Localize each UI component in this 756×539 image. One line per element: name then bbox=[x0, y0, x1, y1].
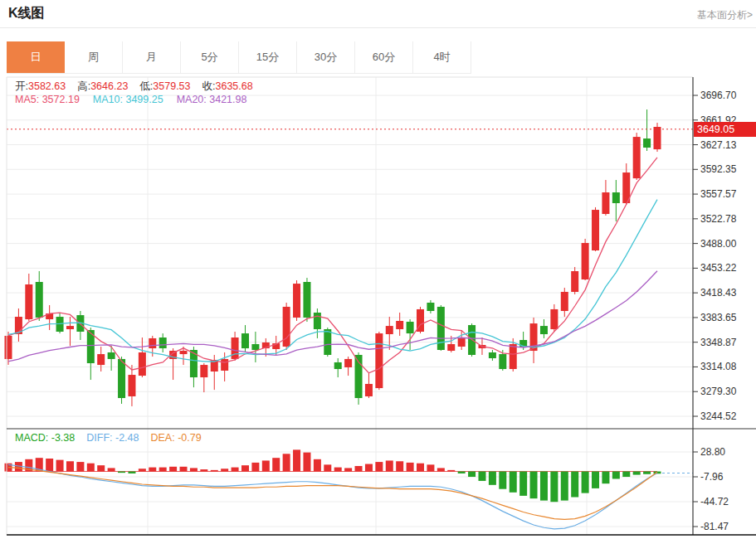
axis-tick-label: -7.96 bbox=[700, 471, 754, 483]
axis-tick-label: -44.72 bbox=[700, 496, 754, 507]
axis-tick-label: 3592.35 bbox=[700, 163, 754, 175]
diff-label: DIFF: bbox=[86, 432, 115, 444]
axis-tick-label: 3383.65 bbox=[700, 312, 754, 323]
macd-readout: MACD: -3.38DIFF: -2.48DEA: -0.79 bbox=[15, 432, 213, 444]
open-value: 3582.63 bbox=[28, 80, 66, 92]
axis-tick-label: 3627.13 bbox=[700, 139, 754, 151]
ohlc-readout: 开:3582.63高:3646.23低:3579.53收:3635.68 bbox=[15, 80, 265, 94]
macd-label: MACD: bbox=[15, 432, 51, 444]
macd-value: -3.38 bbox=[51, 432, 76, 444]
close-label: 收: bbox=[202, 80, 216, 92]
ma20-value: 3421.98 bbox=[209, 94, 246, 105]
axis-tick-label: 3488.00 bbox=[700, 238, 754, 250]
ma-readout: MA5: 3572.19MA10: 3499.25MA20: 3421.98 bbox=[15, 94, 260, 105]
high-label: 高: bbox=[77, 80, 90, 92]
high-value: 3646.23 bbox=[90, 80, 128, 92]
dea-value: -0.79 bbox=[178, 432, 202, 444]
ma20-label: MA20: bbox=[177, 94, 210, 105]
axis-tick-label: 3314.08 bbox=[700, 361, 754, 372]
axis-tick-label: 3696.70 bbox=[700, 90, 754, 101]
close-value: 3635.68 bbox=[216, 80, 253, 92]
axis-tick-label: 3279.30 bbox=[700, 386, 754, 397]
dea-label: DEA: bbox=[150, 432, 178, 444]
diff-value: -2.48 bbox=[115, 432, 139, 444]
axis-tick-label: 3522.78 bbox=[700, 213, 754, 225]
axis-tick-label: 3348.87 bbox=[700, 337, 754, 348]
axis-tick-label: 28.80 bbox=[700, 446, 754, 458]
open-label: 开: bbox=[15, 80, 28, 92]
ma10-label: MA10: bbox=[93, 94, 126, 105]
ma10-value: 3499.25 bbox=[125, 94, 163, 105]
ma5-value: 3572.19 bbox=[42, 94, 80, 105]
axis-tick-label: 3557.57 bbox=[700, 188, 754, 200]
axis-tick-label: 3418.43 bbox=[700, 287, 754, 299]
axis-tick-label: -81.47 bbox=[700, 521, 754, 532]
axis-tick-label: 3244.52 bbox=[700, 410, 754, 422]
axis-tick-label: 3453.22 bbox=[700, 262, 754, 274]
kline-widget: K线图 基本面分析> 日 周 月 5分 15分 30分 60分 4时 开:358… bbox=[0, 0, 756, 539]
low-label: 低: bbox=[139, 80, 153, 92]
current-price-badge: 3649.05 bbox=[694, 122, 756, 137]
low-value: 3579.53 bbox=[153, 80, 190, 92]
chart-area[interactable]: 开:3582.63高:3646.23低:3579.53收:3635.68 MA5… bbox=[0, 0, 756, 539]
ma5-label: MA5: bbox=[15, 94, 42, 105]
